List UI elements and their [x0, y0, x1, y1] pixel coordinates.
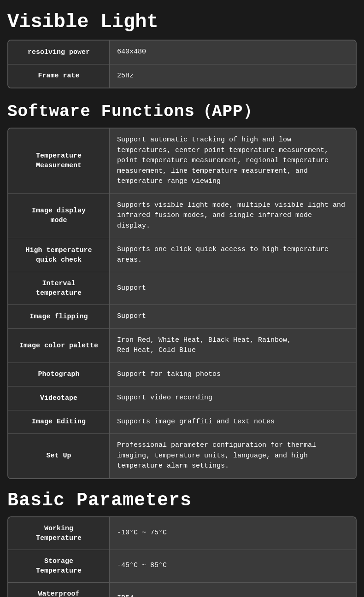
image-display-label: Image displaymode [8, 194, 110, 238]
visible-light-table: resolving power 640x480 Frame rate 25Hz [7, 40, 357, 88]
software-title: Software Functions（APP） [7, 100, 357, 122]
table-row: High temperaturequick check Supports one… [8, 238, 356, 272]
software-table: TemperatureMeasurement Support automatic… [7, 128, 357, 479]
software-section: Software Functions（APP） TemperatureMeasu… [7, 100, 357, 479]
temp-measurement-label: TemperatureMeasurement [8, 129, 110, 193]
image-flipping-label: Image flipping [8, 305, 110, 328]
basic-params-section: Basic Parameters WorkingTemperature -10°… [7, 490, 357, 597]
working-temp-label: WorkingTemperature [8, 517, 110, 550]
table-row: resolving power 640x480 [8, 41, 356, 64]
table-row: Intervaltemperature Support [8, 272, 356, 305]
photograph-label: Photograph [8, 363, 110, 386]
basic-params-table: WorkingTemperature -10°C ~ 75°C StorageT… [7, 516, 357, 597]
working-temp-value: -10°C ~ 75°C [110, 517, 356, 550]
image-editing-value: Supports image graffiti and text notes [110, 410, 356, 434]
table-row: Image color palette Iron Red, White Heat… [8, 329, 356, 363]
table-row: StorageTemperature -45°C ~ 85°C [8, 550, 356, 583]
high-temp-value: Supports one click quick access to high-… [110, 238, 356, 272]
visible-light-title: Visible Light [7, 11, 357, 33]
setup-label: Set Up [8, 434, 110, 478]
table-row: Image flipping Support [8, 305, 356, 329]
waterproof-label: Waterproof& dustproof [8, 583, 110, 597]
visible-light-section: Visible Light resolving power 640x480 Fr… [7, 11, 357, 88]
videotape-value: Support video recording [110, 386, 356, 410]
table-row: Photograph Support for taking photos [8, 363, 356, 387]
storage-temp-value: -45°C ~ 85°C [110, 550, 356, 582]
color-palette-value: Iron Red, White Heat, Black Heat, Rainbo… [110, 329, 356, 363]
image-flipping-value: Support [110, 305, 356, 328]
frame-rate-label: Frame rate [8, 64, 110, 88]
interval-temp-value: Support [110, 272, 356, 304]
photograph-value: Support for taking photos [110, 363, 356, 386]
table-row: Image Editing Supports image graffiti an… [8, 410, 356, 434]
temp-measurement-value: Support automatic tracking of high and l… [110, 129, 356, 193]
waterproof-value: IP54 [110, 583, 356, 597]
high-temp-label: High temperaturequick check [8, 238, 110, 272]
color-palette-label: Image color palette [8, 329, 110, 363]
resolving-power-label: resolving power [8, 41, 110, 64]
videotape-label: Videotape [8, 386, 110, 410]
table-row: TemperatureMeasurement Support automatic… [8, 129, 356, 194]
interval-temp-label: Intervaltemperature [8, 272, 110, 304]
table-row: Waterproof& dustproof IP54 [8, 583, 356, 597]
storage-temp-label: StorageTemperature [8, 550, 110, 582]
resolving-power-value: 640x480 [110, 41, 356, 64]
frame-rate-value: 25Hz [110, 64, 356, 88]
image-editing-label: Image Editing [8, 410, 110, 434]
setup-value: Professional parameter configuration for… [110, 434, 356, 478]
table-row: Set Up Professional parameter configurat… [8, 434, 356, 478]
table-row: Frame rate 25Hz [8, 64, 356, 88]
basic-params-title: Basic Parameters [7, 490, 357, 511]
image-display-value: Supports visible light mode, multiple vi… [110, 194, 356, 238]
table-row: Videotape Support video recording [8, 386, 356, 410]
table-row: WorkingTemperature -10°C ~ 75°C [8, 517, 356, 550]
table-row: Image displaymode Supports visible light… [8, 194, 356, 239]
